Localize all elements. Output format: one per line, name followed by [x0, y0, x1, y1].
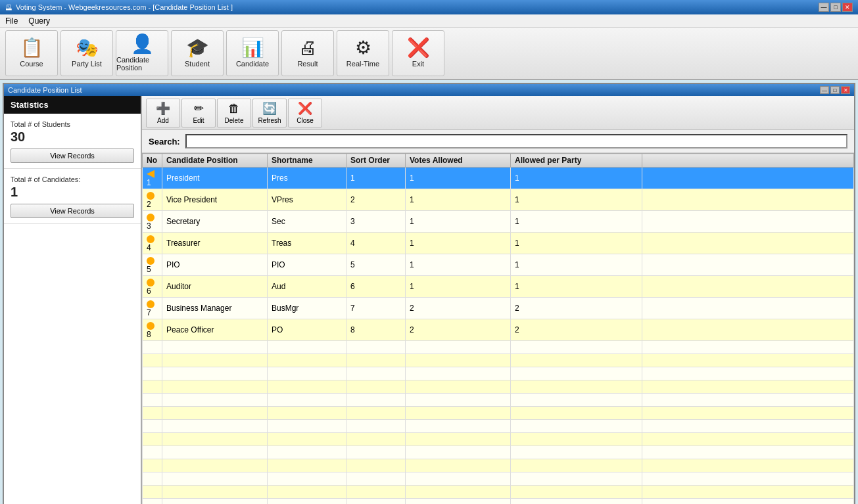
empty-cell	[143, 433, 162, 446]
view-records-students-button[interactable]: View Records	[11, 149, 134, 163]
cell-party: 1	[511, 168, 642, 189]
empty-cell	[346, 380, 406, 394]
candidate-position-icon: 👤	[131, 35, 154, 53]
cell-sortorder: 8	[346, 319, 406, 341]
empty-cell	[268, 446, 346, 459]
cell-extra	[642, 189, 854, 211]
cell-votes: 1	[406, 168, 511, 189]
table-row[interactable]: 7 Business Manager BusMgr 7 2 2	[143, 298, 854, 319]
mdi-maximize[interactable]: □	[830, 86, 840, 94]
cell-position: Treasurer	[162, 233, 268, 254]
mdi-close[interactable]: ✕	[841, 86, 850, 94]
cell-extra	[642, 233, 854, 254]
delete-button[interactable]: 🗑 Delete	[217, 99, 251, 127]
cell-votes: 2	[406, 298, 511, 319]
close-form-button[interactable]: ❌ Close	[288, 99, 322, 127]
toolbar-candidate[interactable]: 📊 Candidate	[226, 30, 279, 76]
empty-cell	[642, 499, 854, 505]
empty-cell	[511, 367, 642, 380]
cell-party: 1	[511, 211, 642, 233]
cell-extra	[642, 298, 854, 319]
table-row[interactable]: 8 Peace Officer PO 8 2 2	[143, 319, 854, 341]
empty-cell	[162, 486, 268, 499]
cell-position: Auditor	[162, 276, 268, 298]
menu-file[interactable]: File	[3, 16, 20, 26]
candidates-section: Total # of Candidates: 1 View Records	[4, 169, 141, 224]
menu-query[interactable]: Query	[26, 16, 53, 26]
empty-cell	[268, 380, 346, 394]
cell-position: President	[162, 168, 268, 189]
mdi-title-bar: Candidate Position List — □ ✕	[4, 84, 854, 96]
empty-cell	[406, 394, 511, 407]
maximize-button[interactable]: □	[830, 3, 841, 12]
candidates-label: Total # of Candidates:	[11, 175, 134, 183]
cell-sortorder: 4	[346, 233, 406, 254]
exit-icon: ❌	[407, 39, 430, 57]
empty-cell	[162, 341, 268, 354]
empty-cell	[268, 367, 346, 380]
cell-position: PIO	[162, 254, 268, 276]
empty-cell	[143, 354, 162, 367]
toolbar-exit[interactable]: ❌ Exit	[392, 30, 444, 76]
empty-cell	[268, 459, 346, 472]
students-section: Total # of Students 30 View Records	[4, 114, 141, 169]
toolbar-course[interactable]: 📋 Course	[5, 30, 58, 76]
empty-cell	[511, 499, 642, 505]
toolbar-result[interactable]: 🖨 Result	[281, 30, 334, 76]
edit-button[interactable]: ✏ Edit	[181, 99, 216, 127]
table-row[interactable]: 6 Auditor Aud 6 1 1	[143, 276, 854, 298]
empty-cell	[268, 420, 346, 433]
table-row[interactable]: 3 Secretary Sec 3 1 1	[143, 211, 854, 233]
refresh-button[interactable]: 🔄 Refresh	[252, 99, 287, 127]
view-records-candidates-button[interactable]: View Records	[11, 204, 134, 218]
empty-cell	[346, 407, 406, 420]
mdi-title-buttons: — □ ✕	[820, 86, 850, 94]
empty-cell	[162, 472, 268, 486]
minimize-button[interactable]: —	[819, 3, 829, 12]
cell-no: 7	[143, 298, 162, 319]
row-indicator	[147, 170, 155, 178]
table-row[interactable]: 1 President Pres 1 1 1	[143, 168, 854, 189]
mdi-minimize[interactable]: —	[820, 86, 829, 94]
cell-extra	[642, 168, 854, 189]
empty-cell	[511, 472, 642, 486]
sidebar-title: Statistics	[4, 96, 141, 114]
toolbar-candidate-label: Candidate	[236, 60, 269, 68]
empty-cell	[346, 499, 406, 505]
empty-cell	[162, 459, 268, 472]
close-form-icon: ❌	[298, 101, 312, 116]
cell-position: Business Manager	[162, 298, 268, 319]
empty-cell	[143, 341, 162, 354]
empty-cell	[162, 380, 268, 394]
empty-cell	[162, 499, 268, 505]
toolbar-candidate-position[interactable]: 👤 Candidate Position	[116, 30, 168, 76]
empty-cell	[143, 380, 162, 394]
table-row-empty	[143, 354, 854, 367]
candidate-icon: 📊	[241, 39, 264, 57]
cell-no: 2	[143, 189, 162, 211]
real-time-icon: ⚙	[355, 39, 371, 57]
toolbar-real-time[interactable]: ⚙ Real-Time	[337, 30, 389, 76]
empty-cell	[642, 420, 854, 433]
toolbar-party-list-label: Party List	[72, 60, 102, 68]
empty-cell	[642, 433, 854, 446]
empty-cell	[268, 433, 346, 446]
search-bar: Search:	[142, 130, 854, 153]
col-votes: Votes Allowed	[406, 154, 511, 168]
toolbar-party-list[interactable]: 🎭 Party List	[60, 30, 113, 76]
cell-extra	[642, 319, 854, 341]
table-row[interactable]: 2 Vice President VPres 2 1 1	[143, 189, 854, 211]
empty-cell	[406, 459, 511, 472]
table-row[interactable]: 5 PIO PIO 5 1 1	[143, 254, 854, 276]
table-row[interactable]: 4 Treasurer Treas 4 1 1	[143, 233, 854, 254]
cell-party: 2	[511, 319, 642, 341]
toolbar-student[interactable]: 🎓 Student	[171, 30, 224, 76]
close-button[interactable]: ✕	[842, 3, 853, 12]
empty-cell	[268, 354, 346, 367]
search-input[interactable]	[185, 134, 847, 149]
cell-shortname: Pres	[268, 168, 346, 189]
empty-cell	[642, 341, 854, 354]
empty-cell	[511, 433, 642, 446]
add-button[interactable]: ➕ Add	[146, 99, 180, 127]
table-container[interactable]: No Candidate Position Shortname Sort Ord…	[142, 153, 854, 504]
